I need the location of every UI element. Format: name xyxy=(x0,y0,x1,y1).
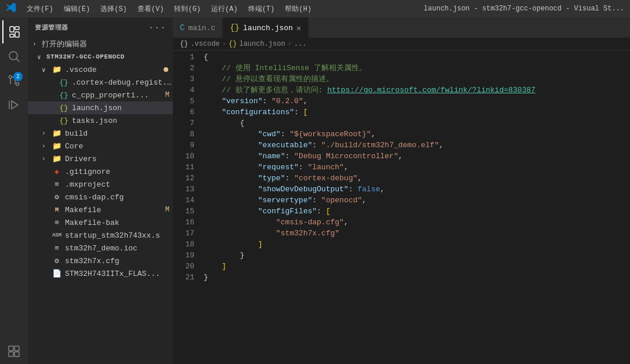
mxproject-icon: ≡ xyxy=(51,180,63,189)
code-line-15: "configFiles": [ xyxy=(204,206,630,217)
sidebar-item-startup[interactable]: ASM startup_stm32h743xx.s xyxy=(28,229,173,242)
sidebar-more-button[interactable]: ··· xyxy=(149,23,166,33)
sidebar-item-makefile-bak[interactable]: ≡ Makefile-bak xyxy=(28,216,173,229)
menu-view[interactable]: 查看(V) xyxy=(133,3,169,15)
sidebar-item-cmsis-cfg[interactable]: ⚙ cmsis-dap.cfg xyxy=(28,191,173,203)
tab-launch-json[interactable]: {} launch.json ✕ xyxy=(223,17,309,38)
code-line-16: "cmsis-dap.cfg", xyxy=(204,217,630,228)
sidebar-item-build[interactable]: › 📁 build xyxy=(28,127,173,140)
explorer-activity-icon[interactable] xyxy=(2,20,26,43)
line-num-16: 16 xyxy=(173,217,194,228)
line-num-14: 14 xyxy=(173,195,194,206)
line-num-5: 5 xyxy=(173,96,194,107)
sidebar-item-tasks-json[interactable]: {} tasks.json xyxy=(28,114,173,127)
sidebar-item-cpp-props[interactable]: {} c_cpp_properti... M xyxy=(28,89,173,101)
breadcrumb-launch-label[interactable]: launch.json xyxy=(239,40,285,48)
line-num-1: 1 xyxy=(173,52,194,63)
code-line-14: "servertype": "openocd", xyxy=(204,195,630,206)
line-num-8: 8 xyxy=(173,129,194,140)
flash-label: STM32H743IITx_FLAS... xyxy=(65,270,173,278)
sidebar-open-editors[interactable]: › 打开的编辑器 xyxy=(28,38,173,50)
code-line-10: "name": "Debug Microcontroller", xyxy=(204,151,630,162)
svg-rect-13 xyxy=(15,346,19,351)
sidebar-item-stm32-cfg[interactable]: ⚙ stm32h7x.cfg xyxy=(28,254,173,267)
breadcrumb-ellipsis[interactable]: ... xyxy=(294,40,307,48)
window-title: launch.json - stm32h7-gcc-openocd - Visu… xyxy=(423,5,624,13)
build-folder-arrow: › xyxy=(42,130,51,137)
sidebar-item-launch-json[interactable]: {} launch.json xyxy=(28,101,173,114)
sidebar-item-cortex-debug[interactable]: {} .cortex-debug.regist... xyxy=(28,76,173,89)
svg-point-4 xyxy=(9,52,17,60)
line-num-10: 10 xyxy=(173,151,194,162)
menu-select[interactable]: 选择(S) xyxy=(96,3,132,15)
code-line-6: "configurations": [ xyxy=(204,107,630,118)
core-folder-icon: 📁 xyxy=(51,141,63,151)
sidebar-item-makefile[interactable]: M Makefile M xyxy=(28,203,173,216)
code-content[interactable]: { // 使用 IntelliSense 了解相关属性。 // 悬停以查看现有属… xyxy=(199,50,630,364)
line-num-4: 4 xyxy=(173,85,194,96)
code-line-9: "executable": "./build/stm32h7_demo.elf"… xyxy=(204,140,630,151)
svg-line-5 xyxy=(17,59,20,62)
source-control-activity-icon[interactable]: 2 xyxy=(2,69,26,92)
search-activity-icon[interactable] xyxy=(2,45,26,68)
main-c-tab-icon: C xyxy=(180,23,184,32)
code-line-1: { xyxy=(204,52,630,63)
extensions-activity-icon[interactable] xyxy=(2,340,26,363)
menu-run[interactable]: 运行(A) xyxy=(207,3,242,15)
ioc-label: stm32h7_demo.ioc xyxy=(65,244,173,253)
breadcrumb-vscode[interactable]: {} xyxy=(180,40,188,48)
line-numbers: 1 2 3 4 5 6 7 8 9 10 11 12 13 14 15 16 1… xyxy=(173,50,199,364)
line-num-13: 13 xyxy=(173,184,194,195)
line-num-7: 7 xyxy=(173,118,194,129)
sidebar-item-flash[interactable]: 📄 STM32H743IITx_FLAS... xyxy=(28,267,173,280)
line-num-19: 19 xyxy=(173,250,194,261)
svg-point-6 xyxy=(9,76,12,79)
menu-file[interactable]: 文件(F) xyxy=(22,3,58,15)
drivers-folder-arrow: › xyxy=(42,155,51,162)
svg-rect-14 xyxy=(9,352,13,356)
sidebar-title: 资源管理器 xyxy=(35,23,68,32)
cpp-props-label: c_cpp_properti... xyxy=(72,91,165,100)
line-num-3: 3 xyxy=(173,74,194,85)
makefile-bak-icon: ≡ xyxy=(51,219,63,227)
sidebar-item-mxproject[interactable]: ≡ .mxproject xyxy=(28,178,173,191)
tab-main-c[interactable]: C main.c xyxy=(173,17,223,38)
breadcrumb-vscode-label[interactable]: .vscode xyxy=(190,40,219,48)
svg-marker-10 xyxy=(12,101,18,109)
breadcrumb-launch-icon: {} xyxy=(229,40,237,48)
sidebar-item-drivers[interactable]: › 📁 Drivers xyxy=(28,152,173,165)
code-line-12: "type": "cortex-debug", xyxy=(204,173,630,184)
vscode-folder-arrow: ∨ xyxy=(42,66,51,74)
build-folder-icon: 📁 xyxy=(51,129,63,138)
project-root-arrow: ∨ xyxy=(37,53,46,61)
cpp-props-badge: M xyxy=(165,91,169,99)
mxproject-label: .mxproject xyxy=(65,180,173,189)
menu-terminal[interactable]: 终端(T) xyxy=(244,3,280,15)
sidebar-item-ioc[interactable]: ≡ stm32h7_demo.ioc xyxy=(28,242,173,254)
stm32-cfg-label: stm32h7x.cfg xyxy=(65,257,173,265)
drivers-folder-icon: 📁 xyxy=(51,154,63,163)
sidebar-item-vscode[interactable]: ∨ 📁 .vscode xyxy=(28,63,173,76)
sidebar-item-core[interactable]: › 📁 Core xyxy=(28,140,173,152)
menu-edit[interactable]: 编辑(E) xyxy=(59,3,95,15)
startup-icon: ASM xyxy=(51,232,63,238)
menu-goto[interactable]: 转到(G) xyxy=(169,3,205,15)
open-editors-arrow: › xyxy=(32,41,42,48)
drivers-folder-label: Drivers xyxy=(65,155,173,163)
sidebar-header: 资源管理器 ··· xyxy=(28,17,173,38)
menu-help[interactable]: 帮助(H) xyxy=(280,3,316,15)
code-editor[interactable]: 1 2 3 4 5 6 7 8 9 10 11 12 13 14 15 16 1… xyxy=(173,50,630,364)
flash-icon: 📄 xyxy=(51,269,63,278)
launch-json-close-button[interactable]: ✕ xyxy=(296,23,301,33)
sidebar-project-root[interactable]: ∨ STM32H7-GCC-OPENOCD xyxy=(28,50,173,63)
run-activity-icon[interactable] xyxy=(2,93,26,117)
vscode-folder-label: .vscode xyxy=(65,65,164,74)
cortex-debug-icon: {} xyxy=(58,78,70,87)
title-bar: 文件(F) 编辑(E) 选择(S) 查看(V) 转到(G) 运行(A) 终端(T… xyxy=(0,0,630,17)
launch-json-icon: {} xyxy=(58,104,70,112)
line-num-17: 17 xyxy=(173,228,194,239)
sidebar-item-gitignore[interactable]: ◈ .gitignore xyxy=(28,165,173,178)
line-num-11: 11 xyxy=(173,162,194,173)
line-num-2: 2 xyxy=(173,63,194,74)
code-line-21: } xyxy=(204,272,630,283)
